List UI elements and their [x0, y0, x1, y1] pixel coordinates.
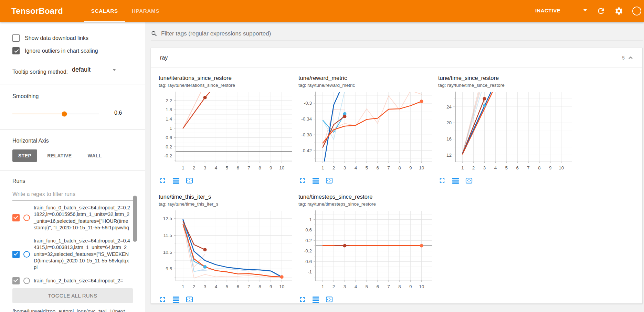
svg-text:-0.2: -0.2 — [304, 248, 312, 253]
svg-text:12.5: 12.5 — [163, 216, 172, 221]
svg-text:5: 5 — [226, 284, 229, 289]
axis-btn-step[interactable]: STEP — [12, 149, 37, 162]
svg-text:9: 9 — [409, 165, 412, 170]
expand-chart-icon[interactable] — [438, 177, 446, 186]
chart-plot-tune-iterations-since-restore[interactable]: 2.21.81.410.60.2-0.212345678910 — [159, 91, 295, 173]
smoothing-label: Smoothing — [12, 93, 133, 100]
svg-text:10.5: 10.5 — [163, 250, 172, 255]
chart-plot-tune-time-this-iter-s[interactable]: 12.511.510.59.512345678910 — [159, 209, 295, 292]
run-label-2: train_func_2_batch_size=64,dropout_2= — [34, 278, 123, 284]
runs-list-scrollbar[interactable] — [133, 196, 137, 242]
inactive-dropdown[interactable]: INACTIVE — [535, 6, 588, 16]
chart-plot-tune-time-since-restore[interactable]: 2420161212345678910 — [438, 91, 574, 173]
checkbox-label-0: Show data download links — [25, 35, 88, 41]
chart-tag: tag: ray/tune/timesteps_since_restore — [298, 201, 438, 207]
fit-domain-icon[interactable] — [325, 177, 333, 186]
runs-selector-icon[interactable] — [452, 177, 460, 186]
fit-domain-icon[interactable] — [325, 295, 333, 304]
chart-plot-tune-reward-metric[interactable]: -0.3-0.34-0.38-0.4212345678910 — [298, 91, 435, 173]
chevron-down-icon — [113, 69, 116, 71]
checkbox-label-1: Ignore outliers in chart scaling — [25, 48, 98, 54]
chart-card-tune-timesteps-since-restore: tune/timesteps_since_restoretag: ray/tun… — [298, 194, 438, 304]
svg-text:8: 8 — [398, 165, 401, 170]
chart-title: tune/timesteps_since_restore — [298, 194, 438, 200]
run-solo-radio-1[interactable] — [23, 251, 30, 258]
chart-tag: tag: ray/tune/time_since_restore — [438, 83, 578, 88]
run-checkbox-2[interactable] — [12, 277, 20, 284]
help-icon[interactable] — [632, 7, 641, 15]
runs-selector-icon[interactable] — [172, 177, 180, 186]
sidebar-checkboxes: Show data download linksIgnore outliers … — [0, 22, 145, 56]
tooltip-sorting-label: Tooltip sorting method: — [12, 69, 68, 75]
header-tabs: SCALARSHPARAMS — [84, 0, 166, 22]
smoothing-slider-row: 0.6 — [12, 110, 133, 118]
page-title: TensorBoard — [0, 6, 63, 16]
svg-text:1: 1 — [182, 284, 184, 289]
axis-btn-wall[interactable]: WALL — [82, 149, 108, 162]
fit-domain-icon[interactable] — [186, 295, 193, 304]
ray-section-card: ray 5 tune/iterations_since_restoretag: … — [151, 48, 643, 304]
chart-plot-tune-timesteps-since-restore[interactable]: 10.60.2-0.2-0.6-112345678910 — [298, 209, 435, 292]
svg-text:5: 5 — [366, 284, 368, 289]
smoothing-slider[interactable] — [12, 114, 99, 114]
checkbox-0[interactable] — [12, 34, 20, 42]
svg-text:11.5: 11.5 — [163, 233, 172, 238]
chevron-down-icon — [583, 9, 587, 11]
tag-filter-input[interactable] — [161, 30, 643, 37]
run-label-1: train_func_1_batch_size=64,dropout_2=0.4… — [34, 238, 130, 271]
svg-text:9.5: 9.5 — [166, 266, 172, 271]
tag-filter-row — [151, 30, 643, 41]
svg-text:12: 12 — [446, 153, 452, 158]
svg-text:16: 16 — [446, 136, 452, 142]
section-count: 5 — [622, 55, 625, 61]
svg-text:3: 3 — [483, 165, 486, 170]
smoothing-value[interactable]: 0.6 — [114, 110, 129, 118]
chart-card-tune-reward-metric: tune/reward_metrictag: ray/tune/reward_m… — [298, 75, 438, 186]
svg-text:10: 10 — [419, 284, 424, 289]
chevron-up-icon[interactable] — [628, 55, 633, 60]
search-icon — [151, 30, 158, 37]
fit-domain-icon[interactable] — [465, 177, 473, 186]
chart-title: tune/iterations_since_restore — [159, 75, 298, 81]
svg-text:10: 10 — [559, 165, 564, 170]
header-actions: INACTIVE — [535, 6, 644, 16]
tab-scalars[interactable]: SCALARS — [84, 0, 125, 22]
gear-icon[interactable] — [614, 7, 623, 15]
main-area: ray 5 tune/iterations_since_restoretag: … — [145, 22, 644, 312]
tab-hparams[interactable]: HPARAMS — [125, 0, 166, 22]
run-solo-radio-2[interactable] — [23, 278, 30, 284]
svg-text:2: 2 — [193, 284, 196, 289]
svg-text:0.2: 0.2 — [166, 144, 172, 149]
expand-chart-icon[interactable] — [159, 177, 167, 186]
svg-text:1: 1 — [321, 165, 324, 170]
svg-text:4: 4 — [215, 165, 218, 170]
run-solo-radio-0[interactable] — [23, 215, 30, 221]
runs-filter-input[interactable] — [12, 189, 133, 201]
runs-selector-icon[interactable] — [172, 295, 180, 304]
svg-text:1: 1 — [321, 284, 324, 289]
svg-text:-0.38: -0.38 — [301, 132, 312, 137]
expand-chart-icon[interactable] — [159, 295, 167, 304]
ray-section-header[interactable]: ray 5 — [151, 48, 642, 68]
tooltip-sorting-select[interactable]: default — [71, 66, 117, 75]
refresh-icon[interactable] — [597, 7, 605, 15]
svg-text:0.2: 0.2 — [305, 238, 312, 243]
smoothing-slider-handle[interactable] — [62, 112, 67, 117]
runs-selector-icon[interactable] — [312, 177, 320, 186]
runs-selector-icon[interactable] — [312, 295, 320, 304]
fit-domain-icon[interactable] — [186, 177, 193, 186]
checkbox-1[interactable] — [12, 47, 20, 54]
expand-chart-icon[interactable] — [298, 295, 306, 304]
toggle-all-runs-button[interactable]: TOGGLE ALL RUNS — [12, 288, 133, 303]
run-checkbox-1[interactable] — [12, 251, 20, 258]
svg-text:2: 2 — [332, 165, 335, 170]
run-checkbox-0[interactable] — [12, 214, 20, 221]
axis-btn-relative[interactable]: RELATIVE — [41, 149, 77, 162]
expand-chart-icon[interactable] — [298, 177, 306, 186]
svg-text:4: 4 — [355, 165, 357, 170]
svg-text:6: 6 — [376, 284, 379, 289]
svg-text:6: 6 — [236, 165, 239, 170]
run-item-2: train_func_2_batch_size=64,dropout_2= — [12, 274, 133, 288]
svg-text:0.6: 0.6 — [305, 227, 312, 232]
svg-text:-0.6: -0.6 — [304, 259, 312, 264]
